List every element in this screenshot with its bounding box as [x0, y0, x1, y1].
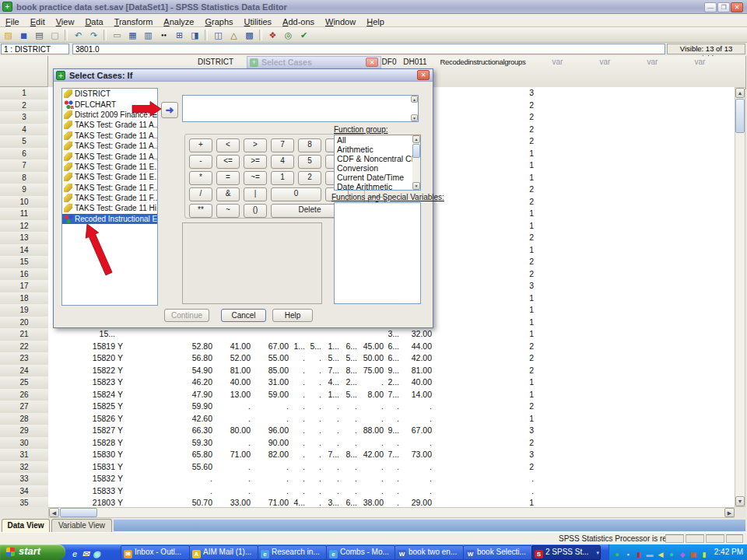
data-cell[interactable]: 42.60 — [184, 413, 216, 426]
empty-cell[interactable] — [724, 461, 735, 474]
empty-cell[interactable] — [581, 148, 630, 161]
empty-cell[interactable] — [724, 184, 735, 197]
empty-cell[interactable] — [629, 100, 677, 113]
empty-cell[interactable] — [581, 317, 630, 330]
tab-data-view[interactable]: Data View — [2, 519, 50, 532]
task-inbox-outlook[interactable]: ✉Inbox - Outl... — [121, 545, 190, 560]
data-cell[interactable]: 65.80 — [184, 449, 216, 462]
empty-cell[interactable] — [534, 341, 582, 354]
recoded-cell[interactable]: 1 — [432, 148, 542, 161]
scroll-right-icon[interactable]: ▶ — [724, 508, 735, 517]
empty-cell[interactable] — [629, 328, 677, 341]
empty-cell[interactable] — [581, 87, 630, 100]
recoded-cell[interactable]: . — [432, 473, 542, 486]
cell-reference-box[interactable]: 1 : DISTRICT — [1, 44, 69, 54]
empty-cell[interactable] — [534, 220, 582, 233]
dialog-close-icon[interactable]: ✕ — [417, 70, 430, 80]
expression-scroll-up-icon[interactable]: ▲ — [411, 96, 418, 103]
recoded-cell[interactable]: 2 — [432, 256, 542, 269]
variable-item[interactable]: TAKS Test: Grade 11 E... — [62, 172, 157, 182]
empty-cell[interactable] — [534, 268, 582, 282]
data-cell[interactable]: 40.00 — [212, 376, 254, 390]
empty-cell[interactable] — [629, 208, 677, 221]
data-cell[interactable]: 41.00 — [212, 341, 254, 354]
data-cell[interactable]: Y — [115, 413, 188, 426]
empty-cell[interactable] — [724, 413, 735, 426]
row-header[interactable]: 1 — [0, 87, 49, 100]
row-header[interactable]: 33 — [0, 473, 49, 486]
task-spss[interactable]: S2 SPSS St...▾ — [531, 545, 601, 560]
data-cell[interactable] — [357, 328, 387, 341]
keypad-*[interactable]: * — [189, 171, 212, 185]
data-cell[interactable]: . — [212, 473, 254, 486]
data-cell[interactable]: 42.00 — [357, 449, 387, 462]
empty-cell[interactable] — [581, 184, 630, 197]
empty-cell[interactable] — [676, 111, 724, 124]
horizontal-scroll-thumb[interactable] — [60, 508, 97, 517]
empty-cell[interactable] — [724, 365, 735, 378]
empty-cell[interactable] — [676, 268, 724, 282]
empty-cell[interactable] — [581, 437, 630, 450]
empty-cell[interactable] — [534, 124, 582, 137]
variables-icon[interactable]: ▥ — [141, 29, 156, 41]
recoded-cell[interactable]: 2 — [432, 100, 542, 113]
empty-cell[interactable] — [534, 148, 582, 161]
data-cell[interactable]: . — [399, 437, 435, 450]
restore-button[interactable]: ❐ — [717, 2, 730, 12]
empty-cell[interactable] — [534, 437, 582, 450]
empty-cell[interactable] — [534, 244, 582, 257]
keypad-2[interactable]: 2 — [298, 171, 321, 185]
recoded-cell[interactable]: 1 — [432, 376, 542, 390]
data-cell[interactable]: Y — [115, 365, 188, 378]
data-cell[interactable]: . — [399, 473, 435, 486]
empty-cell[interactable] — [676, 292, 724, 306]
data-cell[interactable]: 56.80 — [184, 352, 216, 366]
empty-cell[interactable] — [724, 256, 735, 269]
menu-file[interactable]: File — [0, 16, 25, 27]
row-header[interactable]: 3 — [0, 111, 49, 124]
row-header[interactable]: 23 — [0, 352, 49, 366]
menu-window[interactable]: Window — [320, 16, 361, 27]
row-header[interactable]: 31 — [0, 449, 49, 462]
function-group-item[interactable]: All — [335, 135, 420, 145]
data-cell[interactable]: . — [357, 413, 387, 426]
keypad-1[interactable]: 1 — [271, 171, 294, 185]
empty-cell[interactable] — [581, 304, 630, 317]
empty-cell[interactable] — [676, 365, 724, 378]
empty-cell[interactable] — [581, 172, 630, 185]
empty-cell[interactable] — [629, 437, 677, 450]
data-cell[interactable]: 59.00 — [251, 389, 292, 402]
empty-cell[interactable] — [629, 184, 677, 197]
data-cell[interactable]: Y — [115, 449, 188, 462]
data-cell[interactable]: . — [184, 473, 216, 486]
empty-cell[interactable] — [534, 317, 582, 330]
recoded-cell[interactable]: 2 — [432, 401, 542, 414]
function-group-scrollbar[interactable]: ▲ ▼ — [412, 135, 420, 190]
data-cell[interactable]: Y — [115, 376, 188, 390]
keypad-+[interactable]: + — [189, 138, 212, 152]
recoded-cell[interactable]: 1 — [432, 304, 542, 317]
insert-cases-icon[interactable]: ⊞ — [172, 29, 187, 41]
row-header[interactable]: 5 — [0, 135, 49, 149]
empty-cell[interactable] — [676, 87, 724, 100]
empty-cell[interactable] — [581, 256, 630, 269]
data-cell[interactable]: . — [357, 401, 387, 414]
recoded-cell[interactable]: 2 — [432, 232, 542, 245]
data-cell[interactable]: 15822 — [48, 365, 118, 378]
task-aim-mail[interactable]: AAIM Mail (1)... — [189, 545, 258, 560]
empty-cell[interactable] — [676, 196, 724, 209]
data-cell[interactable]: 15820 — [48, 352, 118, 366]
data-cell[interactable]: 55.00 — [251, 352, 292, 366]
redo-icon[interactable]: ↷ — [86, 29, 101, 41]
data-cell[interactable]: 47.90 — [184, 389, 216, 402]
data-cell[interactable]: . — [399, 485, 435, 499]
data-cell[interactable]: 15827 — [48, 425, 118, 438]
data-cell[interactable]: . — [212, 413, 254, 426]
recoded-cell[interactable]: 2 — [432, 124, 542, 137]
keypad-~[interactable]: ~ — [216, 204, 240, 218]
recoded-cell[interactable]: 2 — [432, 184, 542, 197]
empty-cell[interactable] — [629, 341, 677, 354]
empty-cell[interactable] — [676, 220, 724, 233]
recoded-cell[interactable]: 3 — [432, 449, 542, 462]
empty-cell[interactable] — [676, 256, 724, 269]
